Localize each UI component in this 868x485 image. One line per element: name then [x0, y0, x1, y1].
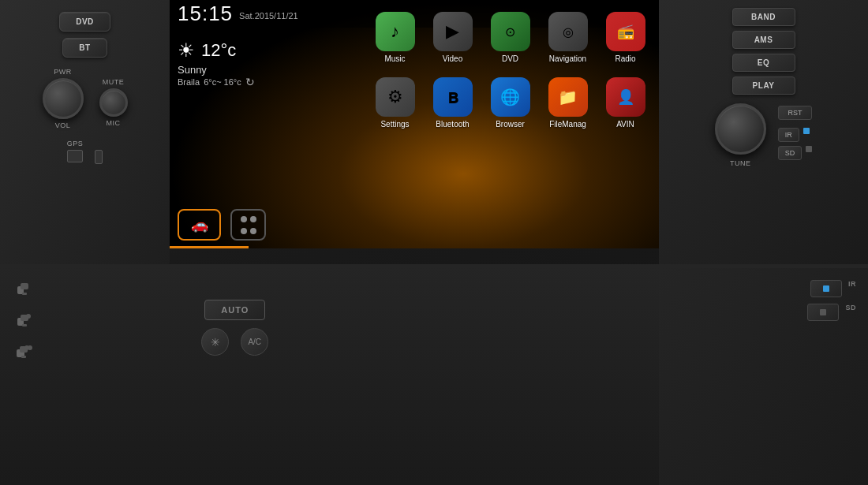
app-settings[interactable]: ⚙ Settings: [369, 73, 421, 132]
gps-label: GPS: [67, 140, 84, 147]
app-video[interactable]: ▶ Video: [427, 8, 478, 67]
dot2: [250, 216, 256, 222]
gray-led: [806, 146, 812, 152]
weather-widget: ☀ 12°c Sunny Braila 6°c~ 16°c ↻: [178, 39, 255, 88]
fan-icon[interactable]: ✳: [201, 328, 229, 356]
weather-city: Braila: [178, 77, 200, 87]
nav-icon: ◎: [548, 12, 588, 51]
seat-icons: [16, 280, 33, 360]
music-label: Music: [384, 54, 405, 63]
sd-gray-led: [820, 309, 826, 315]
tune-knob[interactable]: [715, 103, 766, 155]
filemanag-icon: 📁: [548, 77, 588, 117]
svg-rect-1: [21, 283, 28, 289]
weather-condition: Sunny: [178, 64, 255, 76]
ir-indicator: [810, 280, 842, 297]
app-browser[interactable]: 🌐 Browser: [485, 73, 536, 132]
dot1: [241, 216, 247, 222]
music-icon: ♪: [376, 12, 415, 51]
right-panel: BAND AMS EQ PLAY TUNE RST IR SD: [659, 0, 868, 268]
app-filemanag[interactable]: 📁 FileManag: [542, 73, 593, 132]
svg-point-11: [24, 345, 29, 350]
climate-controls: AUTO ✳ A/C: [49, 276, 421, 356]
car-widget[interactable]: 🚗: [178, 209, 221, 241]
seat-icon-1: [16, 280, 33, 297]
app-navigation[interactable]: ◎ Navigation: [542, 8, 593, 67]
dot3: [241, 228, 247, 234]
sd-indicator: [807, 304, 839, 321]
sd-bottom-label: SD: [845, 304, 856, 321]
seat-icon-3: [16, 343, 33, 360]
bt-button[interactable]: BT: [62, 38, 107, 58]
sun-icon: ☀: [178, 39, 195, 62]
avin-label: AVIN: [616, 120, 634, 129]
app-dvd[interactable]: ⊙ DVD: [485, 8, 536, 67]
mute-label: MUTE: [103, 78, 125, 86]
usb-port: [95, 150, 103, 164]
filemanag-label: FileManag: [549, 120, 586, 129]
sd-button[interactable]: SD: [778, 146, 803, 160]
app-grid: ♪ Music ▶ Video ⊙ DVD ◎ Navigation 📻 Rad…: [369, 8, 651, 132]
pwr-label: PWR: [54, 68, 72, 76]
settings-icon: ⚙: [376, 77, 415, 117]
browser-icon: 🌐: [491, 77, 530, 117]
svg-rect-9: [21, 356, 26, 358]
pwr-knob[interactable]: [43, 78, 84, 119]
rst-button[interactable]: RST: [778, 106, 813, 120]
bluetooth-label: Bluetooth: [436, 120, 469, 129]
mute-knob[interactable]: [99, 88, 128, 117]
svg-point-6: [26, 314, 31, 319]
seat-icon-2: [16, 312, 33, 329]
ams-button[interactable]: AMS: [732, 31, 795, 49]
auto-button[interactable]: AUTO: [204, 300, 265, 320]
app-radio[interactable]: 📻 Radio: [600, 8, 651, 67]
ir-bottom-label: IR: [848, 280, 856, 297]
ir-button[interactable]: IR: [778, 128, 799, 142]
mic-label: MIC: [107, 119, 121, 127]
dvd-label: DVD: [502, 54, 518, 63]
dot4: [250, 228, 256, 234]
weather-range-text: 6°c~ 16°c: [204, 77, 241, 87]
tune-label: TUNE: [730, 159, 751, 167]
temperature: 12°c: [201, 40, 236, 61]
video-label: Video: [443, 54, 462, 63]
app-bluetooth[interactable]: ʙ Bluetooth: [427, 73, 478, 132]
app-music[interactable]: ♪ Music: [369, 8, 421, 67]
refresh-icon[interactable]: ↻: [245, 76, 255, 88]
car-icon: 🚗: [191, 216, 208, 233]
vol-label: VOL: [55, 121, 71, 129]
weather-location: Braila 6°c~ 16°c ↻: [178, 76, 255, 88]
settings-label: Settings: [380, 120, 409, 129]
ac-icon[interactable]: A/C: [241, 328, 268, 356]
time-display: 15:15: [178, 2, 233, 26]
gps-port: [67, 150, 83, 162]
svg-rect-5: [22, 324, 27, 326]
bottom-widgets: 🚗: [178, 209, 266, 241]
video-icon: ▶: [433, 12, 473, 51]
svg-rect-2: [22, 293, 27, 295]
blue-led: [803, 128, 810, 134]
dvd-button[interactable]: DVD: [59, 12, 110, 32]
dots-widget[interactable]: [230, 209, 266, 241]
date-display: Sat.2015/11/21: [239, 11, 298, 21]
dvd-icon: ⊙: [491, 12, 530, 51]
left-panel: DVD BT PWR VOL MUTE MIC GPS -: [0, 0, 170, 268]
orange-bar: [170, 246, 249, 248]
bluetooth-icon: ʙ: [433, 77, 473, 117]
radio-icon: 📻: [606, 12, 645, 51]
radio-label: Radio: [615, 54, 635, 63]
nav-label: Navigation: [549, 54, 586, 63]
eq-button[interactable]: EQ: [732, 54, 795, 72]
browser-label: Browser: [496, 120, 525, 129]
band-button[interactable]: BAND: [732, 8, 795, 26]
right-bottom-panel: IR SD: [659, 268, 868, 485]
fan-controls: ✳ A/C: [201, 328, 268, 356]
main-screen: 15:15 Sat.2015/11/21 ☀ 12°c Sunny Braila…: [170, 0, 659, 248]
ir-blue-led: [823, 285, 829, 292]
play-button[interactable]: PLAY: [732, 76, 795, 95]
avin-icon: 👤: [606, 77, 645, 117]
app-avin[interactable]: 👤 AVIN: [600, 73, 651, 132]
